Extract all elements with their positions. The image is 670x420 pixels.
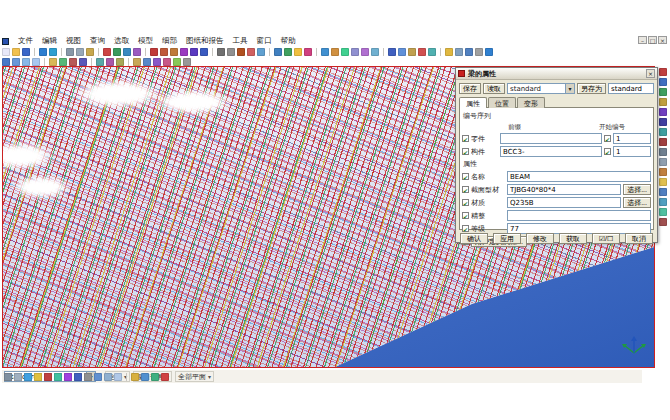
numbering-icon[interactable] xyxy=(388,48,396,56)
snap-points-icon[interactable] xyxy=(34,373,42,381)
select-views-icon[interactable] xyxy=(94,373,102,381)
view-rotate-icon[interactable] xyxy=(659,98,667,106)
load-button[interactable]: 读取 xyxy=(483,83,505,94)
render-icon[interactable] xyxy=(59,58,67,66)
zoom-out-icon[interactable] xyxy=(331,48,339,56)
tab-0[interactable]: 属性 xyxy=(459,97,487,108)
profile-input[interactable] xyxy=(507,184,621,195)
snap-plane-icon[interactable] xyxy=(14,373,22,381)
menu-item-0[interactable]: 文件 xyxy=(18,36,33,46)
select-grids-icon[interactable] xyxy=(104,373,112,381)
menu-item-8[interactable]: 工具 xyxy=(233,36,248,46)
save-as-input[interactable] xyxy=(608,83,654,94)
view-next-icon[interactable] xyxy=(659,128,667,136)
menu-item-4[interactable]: 选取 xyxy=(114,36,129,46)
show-object-icon[interactable] xyxy=(659,158,667,166)
close-button[interactable]: × xyxy=(658,36,667,44)
dialog-close-icon[interactable]: × xyxy=(646,69,655,78)
view-prev-icon[interactable] xyxy=(659,118,667,126)
options2-icon[interactable] xyxy=(183,58,191,66)
assembly-start-checkbox[interactable]: ✔ xyxy=(604,148,611,155)
bolt-distance-icon[interactable] xyxy=(116,58,124,66)
zoom-in-icon[interactable] xyxy=(321,48,329,56)
dialog-button-4[interactable]: ☑/☐ xyxy=(592,233,620,244)
clash-check-icon[interactable] xyxy=(418,48,426,56)
arc-icon[interactable] xyxy=(123,48,131,56)
dialog-button-3[interactable]: 获取 xyxy=(559,233,587,244)
part-prefix-input[interactable] xyxy=(500,133,602,144)
drawings-icon[interactable] xyxy=(398,48,406,56)
name-checkbox[interactable]: ✔ xyxy=(462,173,469,180)
point-icon[interactable] xyxy=(103,48,111,56)
select-drawings-icon[interactable] xyxy=(114,373,122,381)
open-icon[interactable] xyxy=(12,48,20,56)
select-assemblies-icon[interactable] xyxy=(141,373,149,381)
new-icon[interactable] xyxy=(2,48,10,56)
maximize-button[interactable]: □ xyxy=(648,36,657,44)
stud-icon[interactable] xyxy=(227,48,235,56)
save-as-button[interactable]: 另存为 xyxy=(577,83,606,94)
snap-dropdown-2[interactable]: 全部平面▾ xyxy=(175,371,214,382)
rotate-icon[interactable] xyxy=(361,48,369,56)
minimize-button[interactable]: – xyxy=(638,36,647,44)
hide-object-icon[interactable] xyxy=(659,148,667,156)
macro-icon[interactable] xyxy=(153,58,161,66)
select-components-icon[interactable] xyxy=(131,373,139,381)
panel-icon[interactable] xyxy=(200,48,208,56)
view-pan-icon[interactable] xyxy=(659,78,667,86)
detail-icon[interactable] xyxy=(274,48,282,56)
snap-c-icon[interactable] xyxy=(659,208,667,216)
reports-icon[interactable] xyxy=(408,48,416,56)
material-select-button[interactable]: 选择... xyxy=(623,197,651,208)
menu-item-1[interactable]: 编辑 xyxy=(42,36,57,46)
snap-midpoint-icon[interactable] xyxy=(64,373,72,381)
menu-item-3[interactable]: 查询 xyxy=(90,36,105,46)
profile-select-button[interactable]: 选择... xyxy=(623,184,651,195)
snap-a-icon[interactable] xyxy=(659,188,667,196)
view-along-grid-icon[interactable] xyxy=(22,58,30,66)
profile-catalog-icon[interactable] xyxy=(163,58,171,66)
fly-icon[interactable] xyxy=(371,48,379,56)
menu-item-9[interactable]: 窗口 xyxy=(257,36,272,46)
assembly-start-input[interactable] xyxy=(613,146,651,157)
saved-settings-combo[interactable]: standard ▾ xyxy=(507,83,575,94)
measure-distance-icon[interactable] xyxy=(96,58,104,66)
measure-angle-icon[interactable] xyxy=(106,58,114,66)
menu-item-6[interactable]: 细部 xyxy=(162,36,177,46)
connection-icon[interactable] xyxy=(284,48,292,56)
tab-1[interactable]: 位置 xyxy=(488,97,516,108)
view-basic-icon[interactable] xyxy=(12,58,20,66)
view-filter-icon[interactable] xyxy=(659,178,667,186)
dialog-button-1[interactable]: 应用 xyxy=(493,233,521,244)
filter-icon[interactable] xyxy=(445,48,453,56)
redo-icon[interactable] xyxy=(49,48,57,56)
measure-icon[interactable] xyxy=(428,48,436,56)
ortho-icon[interactable] xyxy=(79,58,87,66)
auto-connect-icon[interactable] xyxy=(304,48,312,56)
class-checkbox[interactable]: ✔ xyxy=(462,225,469,232)
material-catalog-icon[interactable] xyxy=(173,58,181,66)
menu-item-5[interactable]: 模型 xyxy=(138,36,153,46)
select-reinforcement-icon[interactable] xyxy=(151,373,159,381)
material-checkbox[interactable]: ✔ xyxy=(462,199,469,206)
view-list-icon[interactable] xyxy=(32,58,40,66)
menu-item-7[interactable]: 图纸和报告 xyxy=(186,36,224,46)
slab-icon[interactable] xyxy=(190,48,198,56)
report-icon[interactable] xyxy=(133,58,141,66)
snap-end-icon[interactable] xyxy=(44,373,52,381)
name-input[interactable] xyxy=(507,171,651,182)
circle-icon[interactable] xyxy=(133,48,141,56)
part-checkbox[interactable]: ✔ xyxy=(462,135,469,142)
work-plane-icon[interactable] xyxy=(69,58,77,66)
plate-icon[interactable] xyxy=(180,48,188,56)
line-icon[interactable] xyxy=(113,48,121,56)
help-icon[interactable] xyxy=(485,48,493,56)
paste-icon[interactable] xyxy=(86,48,94,56)
menu-item-2[interactable]: 视图 xyxy=(66,36,81,46)
view-select-icon[interactable] xyxy=(659,68,667,76)
bolt-icon[interactable] xyxy=(217,48,225,56)
select-filter-icon-icon[interactable] xyxy=(161,373,169,381)
cut-icon[interactable] xyxy=(66,48,74,56)
zoom-fit-icon[interactable] xyxy=(341,48,349,56)
beam-icon[interactable] xyxy=(150,48,158,56)
